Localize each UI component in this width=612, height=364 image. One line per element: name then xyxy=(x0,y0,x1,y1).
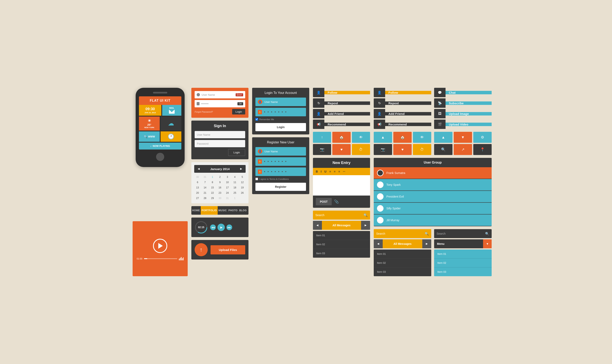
messages-next-btn2[interactable]: ► xyxy=(422,239,431,248)
social-btn-follow[interactable]: 👤 Follow xyxy=(313,88,370,97)
message-item[interactable]: Item 03 xyxy=(313,249,370,258)
arrow-btn2-0[interactable]: ▲ xyxy=(434,132,452,143)
toolbar-btn-≡[interactable]: ≡ xyxy=(329,170,331,173)
phone-www-tile[interactable]: 🔍 WWW xyxy=(139,131,160,142)
register-button[interactable]: Register xyxy=(255,183,306,191)
calendar-day[interactable]: 3 xyxy=(224,175,231,179)
calendar-day[interactable]: 23 xyxy=(217,191,223,195)
calendar-day[interactable]: 27 xyxy=(194,196,201,200)
message-item[interactable]: Item 01 xyxy=(313,231,370,240)
calendar-day[interactable]: 13 xyxy=(194,185,201,190)
menu-item[interactable]: Item 01 xyxy=(434,249,492,259)
calendar-day[interactable]: 6 xyxy=(194,180,201,184)
calendar-day[interactable]: 5 xyxy=(239,175,246,179)
arrow-btn2-1[interactable]: ▼ xyxy=(454,132,472,143)
message-item2[interactable]: Item 02 xyxy=(374,259,431,267)
message-item2[interactable]: Item 01 xyxy=(374,249,431,259)
register-password[interactable]: 🔒 • • • • • • • xyxy=(255,157,306,166)
calendar-day[interactable]: 28 xyxy=(202,196,209,200)
nav-item-portfolio[interactable]: PORTFOLIO xyxy=(201,206,218,215)
calendar-day[interactable]: 14 xyxy=(202,185,209,190)
video-progress-bar[interactable] xyxy=(144,258,177,259)
calendar-prev-btn[interactable]: ◄ xyxy=(197,167,200,171)
calendar-day[interactable]: 1 xyxy=(232,196,238,200)
arrow-btn-2[interactable]: 👁 xyxy=(413,132,431,143)
calendar-day[interactable]: 31 xyxy=(202,175,209,179)
user-item-president-evil[interactable]: President Evil xyxy=(374,191,492,203)
icon-btn-0[interactable]: ↑ xyxy=(313,132,331,143)
arrow-btn-1[interactable]: 🏠 xyxy=(393,132,412,143)
username-field-top[interactable]: User Name Error! xyxy=(195,91,245,98)
big-login-button[interactable]: Login xyxy=(255,123,306,131)
social-btn2-upload-video[interactable]: 🎬 Upload Video xyxy=(434,119,492,129)
social-btn-add-friend[interactable]: 👤 Add Friend xyxy=(313,109,370,118)
remember-checkbox[interactable] xyxy=(255,118,258,121)
icon-btn-2[interactable]: 👁 xyxy=(352,132,370,143)
login-button-top[interactable]: Login xyxy=(232,109,245,115)
attachment-icon[interactable]: 📎 xyxy=(334,199,339,204)
social-btn-recommend[interactable]: 📢 Recommend xyxy=(313,119,370,129)
toolbar-btn-i[interactable]: I xyxy=(321,170,321,173)
register-username[interactable]: 👤 User Name xyxy=(255,147,306,156)
social-btn-repost[interactable]: ↻ Repost xyxy=(313,98,370,108)
icon-btn-1[interactable]: 🏠 xyxy=(332,132,350,143)
nav-item-home[interactable]: HOME xyxy=(191,206,201,215)
phone-clock-tile[interactable]: 🕐 xyxy=(161,131,181,142)
toolbar-btn-b[interactable]: B xyxy=(316,170,318,173)
calendar-day[interactable]: 17 xyxy=(224,185,231,190)
phone-now-playing-tile[interactable]: ♪ NOW PLAYING xyxy=(139,143,181,150)
calendar-day[interactable]: 31 xyxy=(224,196,231,200)
editor-area[interactable] xyxy=(313,175,370,195)
search-dark-icon[interactable]: 🔍 xyxy=(485,232,489,236)
message-item[interactable]: Item 02 xyxy=(313,240,370,249)
calendar-day[interactable]: 30 xyxy=(217,196,223,200)
calendar-day[interactable]: 24 xyxy=(224,191,231,195)
nav-item-music[interactable]: MUSIC xyxy=(218,206,228,215)
social-btn2-upload-image[interactable]: 🖼 Upload Image xyxy=(434,109,492,118)
calendar-day[interactable]: 12 xyxy=(239,180,246,184)
nav-item-blog[interactable]: BLOG xyxy=(238,206,248,215)
calendar-day[interactable]: 8 xyxy=(209,180,216,184)
arrow-btn-3[interactable]: 📷 xyxy=(374,144,392,155)
toolbar-btn-u[interactable]: U xyxy=(324,170,326,173)
toolbar-btn-≡[interactable]: ≡ xyxy=(334,170,335,173)
upload-files-button[interactable]: Upload Files xyxy=(210,245,245,254)
message-item2[interactable]: Item 03 xyxy=(374,267,431,276)
calendar-day[interactable]: 15 xyxy=(209,185,216,190)
search2-icon[interactable]: 🔍 xyxy=(425,232,429,236)
phone-mail-tile[interactable]: MAIL ✉ xyxy=(162,105,181,116)
calendar-day[interactable]: 20 xyxy=(194,191,201,195)
arrow-btn2-2[interactable]: ⚙ xyxy=(473,132,492,143)
social-btn2-subscribe[interactable]: 📡 Subscribe xyxy=(434,98,492,108)
search-icon[interactable]: 🔍 xyxy=(363,213,368,217)
arrow-btn-5[interactable]: ⏱ xyxy=(413,144,431,155)
social-right-btn-recommend[interactable]: 📢 Recommend xyxy=(374,119,431,129)
media-prev-button[interactable]: ◀◀ xyxy=(210,224,216,230)
arrow-btn-4[interactable]: ♥ xyxy=(393,144,412,155)
phone-time-tile[interactable]: 09:30 JAN 10, 2014 xyxy=(139,105,161,116)
arrow-btn-0[interactable]: ▲ xyxy=(374,132,392,143)
arrow-btn2-4[interactable]: ↗ xyxy=(454,144,472,155)
messages-prev-btn2[interactable]: ◄ xyxy=(374,239,383,248)
media-play-button[interactable]: ▶ xyxy=(217,224,225,231)
toolbar-btn-···[interactable]: ··· xyxy=(343,170,345,173)
calendar-day[interactable]: 29 xyxy=(209,196,216,200)
media-next-button[interactable]: ▶▶ xyxy=(226,224,232,230)
calendar-day[interactable]: 11 xyxy=(232,180,238,184)
arrow-btn2-3[interactable]: 🔍 xyxy=(434,144,452,155)
arrow-btn2-5[interactable]: 📍 xyxy=(473,144,492,155)
signin-password[interactable]: Password xyxy=(195,140,245,147)
calendar-day[interactable]: 18 xyxy=(232,185,238,190)
nav-item-photo[interactable]: PHOTO xyxy=(228,206,238,215)
phone-cloud-tile[interactable]: ☁ xyxy=(161,117,181,130)
menu-arrow[interactable]: ▼ xyxy=(483,239,492,248)
menu-dropdown[interactable]: Menu ▼ xyxy=(434,239,492,248)
calendar-next-btn[interactable]: ► xyxy=(239,167,243,171)
calendar-day[interactable]: 10 xyxy=(224,180,231,184)
phone-home-button[interactable] xyxy=(156,153,164,161)
calendar-day[interactable]: 7 xyxy=(202,180,209,184)
calendar-day[interactable]: 16 xyxy=(217,185,223,190)
messages-next-btn[interactable]: ► xyxy=(361,221,370,230)
user-item-jill-murray[interactable]: Jill Murray xyxy=(374,214,492,226)
phone-weather-tile[interactable]: ☀ 25° NEW YORK xyxy=(139,117,160,130)
